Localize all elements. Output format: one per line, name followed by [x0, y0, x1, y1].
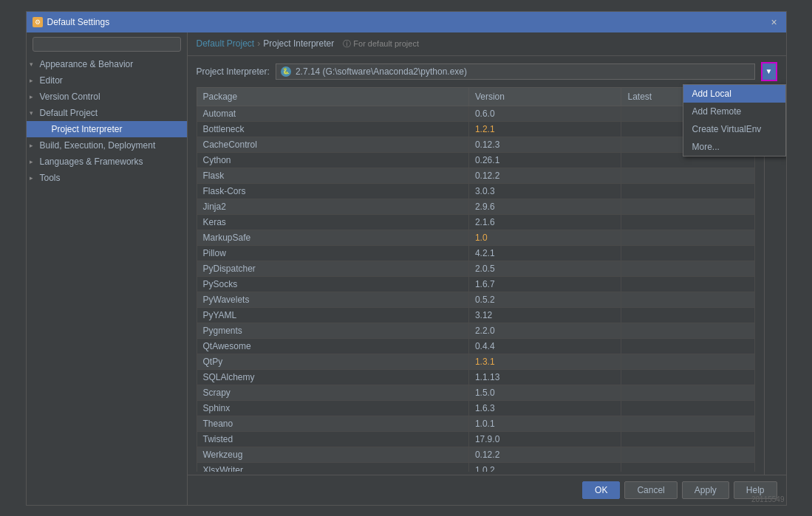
interpreter-label: Project Interpreter:: [197, 66, 270, 77]
sidebar-item-appearance[interactable]: ▾ Appearance & Behavior: [27, 56, 187, 72]
table-row[interactable]: Cython0.26.1: [197, 152, 754, 168]
table-row[interactable]: Flask-Cors3.0.3: [197, 183, 754, 199]
apply-button[interactable]: Apply: [682, 481, 729, 499]
chevron-right-icon: ▸: [30, 93, 37, 100]
sidebar: ▾ Appearance & Behavior ▸ Editor ▸ Versi…: [27, 32, 188, 505]
cell-package: Jinja2: [197, 199, 468, 214]
cell-version: 1.0.1: [468, 416, 621, 431]
breadcrumb-note: ⓘ For default project: [343, 38, 419, 49]
table-row[interactable]: Pygments2.2.0: [197, 323, 754, 338]
cell-package: Bottleneck: [197, 121, 468, 137]
table-row[interactable]: PyDispatcher2.0.5: [197, 261, 754, 276]
table-row[interactable]: CacheControl0.12.3: [197, 137, 754, 152]
close-button[interactable]: ×: [768, 16, 780, 28]
cell-version: 0.12.2: [468, 168, 621, 183]
sidebar-item-version-control[interactable]: ▸ Version Control: [27, 89, 187, 105]
cell-package: Keras: [197, 214, 468, 230]
cell-latest: [621, 338, 754, 354]
cell-package: SQLAlchemy: [197, 369, 468, 385]
cell-package: QtPy: [197, 354, 468, 369]
cell-package: Cython: [197, 152, 468, 168]
cell-package: PySocks: [197, 276, 468, 292]
sidebar-item-label: Version Control: [40, 92, 100, 102]
col-version: Version: [468, 87, 621, 106]
cell-version: 0.6.0: [468, 106, 621, 121]
cell-version: 1.3.1: [468, 354, 621, 369]
breadcrumb-separator: ›: [257, 38, 260, 49]
table-row[interactable]: Bottleneck1.2.1: [197, 121, 754, 137]
table-row[interactable]: Jinja22.9.6: [197, 199, 754, 214]
chevron-right-icon: ▸: [30, 142, 37, 149]
table-row[interactable]: PyYAML3.12: [197, 307, 754, 323]
sidebar-item-editor[interactable]: ▸ Editor: [27, 72, 187, 89]
cell-version: 0.26.1: [468, 152, 621, 168]
dropdown-add-local[interactable]: Add Local: [683, 85, 785, 103]
cell-version: 3.12: [468, 307, 621, 323]
sidebar-item-default-project[interactable]: ▾ Default Project: [27, 105, 187, 121]
table-row[interactable]: Keras2.1.6: [197, 214, 754, 230]
sidebar-item-project-interpreter[interactable]: Project Interpreter: [27, 121, 187, 137]
table-row[interactable]: QtPy1.3.1: [197, 354, 754, 369]
chevron-down-icon: ▾: [30, 61, 37, 68]
table-row[interactable]: MarkupSafe1.0: [197, 230, 754, 245]
cell-latest: [621, 323, 754, 338]
table-row[interactable]: Theano1.0.1: [197, 416, 754, 431]
table-row[interactable]: Twisted17.9.0: [197, 431, 754, 447]
interpreter-value-field: 🐍 2.7.14 (G:\software\Anaconda2\python.e…: [276, 63, 755, 80]
cell-latest: [621, 199, 754, 214]
table-row[interactable]: Flask0.12.2: [197, 168, 754, 183]
cell-version: 1.1.13: [468, 369, 621, 385]
cell-latest: [621, 462, 754, 472]
cell-latest: [621, 183, 754, 199]
table-row[interactable]: Automat0.6.0: [197, 106, 754, 121]
cell-package: Pygments: [197, 323, 468, 338]
table-row[interactable]: Scrapy1.5.0: [197, 385, 754, 400]
cell-version: 3.0.3: [468, 183, 621, 199]
cell-latest: [621, 431, 754, 447]
cell-latest: [621, 276, 754, 292]
chevron-down-icon: ▾: [30, 109, 37, 117]
main-content: Default Project › Project Interpreter ⓘ …: [188, 32, 786, 505]
search-input[interactable]: [38, 40, 176, 49]
table-row[interactable]: QtAwesome0.4.4: [197, 338, 754, 354]
table-row[interactable]: PyWavelets0.5.2: [197, 292, 754, 307]
table-row[interactable]: XlsxWriter1.0.2: [197, 462, 754, 472]
breadcrumb-parent: Default Project: [197, 38, 255, 49]
interpreter-row: Project Interpreter: 🐍 2.7.14 (G:\softwa…: [188, 56, 786, 87]
breadcrumb-current: Project Interpreter: [263, 38, 334, 49]
cell-version: 0.12.2: [468, 447, 621, 462]
cell-package: Flask: [197, 168, 468, 183]
cancel-button[interactable]: Cancel: [624, 481, 677, 499]
cell-version: 1.2.1: [468, 121, 621, 137]
sidebar-item-languages[interactable]: ▸ Languages & Frameworks: [27, 154, 187, 170]
table-row[interactable]: SQLAlchemy1.1.13: [197, 369, 754, 385]
cell-version: 2.0.5: [468, 261, 621, 276]
cell-package: PyDispatcher: [197, 261, 468, 276]
cell-version: 1.5.0: [468, 385, 621, 400]
cell-package: Automat: [197, 106, 468, 121]
dropdown-add-remote[interactable]: Add Remote: [683, 103, 785, 120]
table-row[interactable]: Pillow4.2.1: [197, 245, 754, 261]
dropdown-more[interactable]: More...: [683, 138, 785, 156]
sidebar-item-tools[interactable]: ▸ Tools: [27, 170, 187, 186]
sidebar-item-build[interactable]: ▸ Build, Execution, Deployment: [27, 137, 187, 154]
table-row[interactable]: PySocks1.6.7: [197, 276, 754, 292]
sidebar-item-label: Appearance & Behavior: [40, 59, 134, 69]
cell-package: Sphinx: [197, 400, 468, 416]
cell-package: XlsxWriter: [197, 462, 468, 472]
ok-button[interactable]: OK: [582, 481, 620, 499]
dropdown-create-virtualenv[interactable]: Create VirtualEnv: [683, 120, 785, 138]
table-row[interactable]: Sphinx1.6.3: [197, 400, 754, 416]
package-table: Package Version Latest Automat0.6.0Bottl…: [197, 87, 755, 472]
window-title: Default Settings: [47, 17, 110, 27]
chevron-right-icon: ▸: [30, 158, 37, 165]
cell-package: Theano: [197, 416, 468, 431]
package-table-container: Package Version Latest Automat0.6.0Bottl…: [197, 87, 755, 472]
search-box[interactable]: [33, 37, 181, 52]
cell-package: PyWavelets: [197, 292, 468, 307]
cell-latest: [621, 416, 754, 431]
table-row[interactable]: Werkzeug0.12.2: [197, 447, 754, 462]
cell-version: 1.0.2: [468, 462, 621, 472]
cell-latest: [621, 245, 754, 261]
interpreter-dropdown-button[interactable]: ▼: [761, 62, 777, 81]
